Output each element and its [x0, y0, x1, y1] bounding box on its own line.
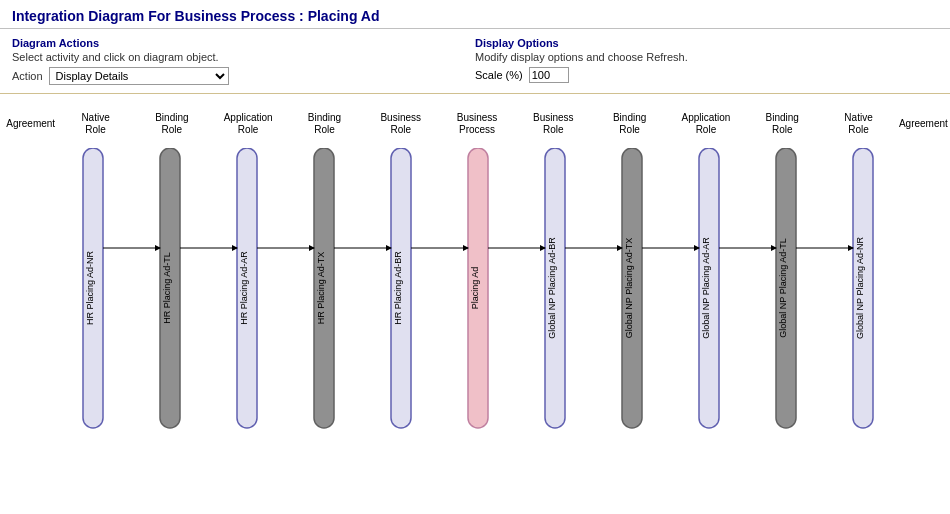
col-business-role-left: BusinessRole [363, 104, 439, 148]
col-header-business-role-right: BusinessRole [533, 104, 574, 144]
col-header-app-left: ApplicationRole [224, 104, 273, 144]
lane-business-role-left-text: HR Placing Ad-BR [393, 251, 403, 325]
col-header-binding-right2: BindingRole [766, 104, 799, 144]
display-options-panel: Display Options Modify display options a… [475, 37, 938, 85]
lane-binding-left1-text: HR Placing Ad-TL [162, 252, 172, 324]
col-binding-role-left2: BindingRole [286, 104, 362, 148]
col-header-binding-left1: BindingRole [155, 104, 188, 144]
col-header-app-right: ApplicationRole [681, 104, 730, 144]
col-app-role-left: ApplicationRole [210, 104, 286, 148]
col-header-binding-left2: BindingRole [308, 104, 341, 144]
diagram-actions-heading: Diagram Actions [12, 37, 475, 49]
diagram-area: Agreement NativeRole BindingRole Applica… [0, 94, 950, 458]
display-options-instruction: Modify display options and choose Refres… [475, 51, 938, 63]
display-options-heading: Display Options [475, 37, 938, 49]
col-binding-role-right1: BindingRole [591, 104, 667, 148]
col-agreement-left: Agreement [4, 104, 57, 148]
lane-native-right-text: Global NP Placing Ad-NR [855, 237, 865, 339]
col-header-business-process: BusinessProcess [457, 104, 498, 144]
col-business-role-right: BusinessRole [515, 104, 591, 148]
action-label: Action [12, 70, 43, 82]
col-native-role-right: NativeRole [820, 104, 896, 148]
col-binding-role-left1: BindingRole [134, 104, 210, 148]
col-agreement-right: Agreement [897, 104, 950, 148]
lane-app-right-text: Global NP Placing Ad-AR [701, 237, 711, 339]
page-title: Integration Diagram For Business Process… [0, 0, 950, 29]
lane-binding-left2-text: HR Placing Ad-TX [316, 252, 326, 325]
lane-native-left-text: HR Placing Ad-NR [85, 250, 95, 325]
col-header-binding-right1: BindingRole [613, 104, 646, 144]
col-business-process: BusinessProcess [439, 104, 515, 148]
lane-business-process-text: Placing Ad [470, 267, 480, 310]
lane-binding-right1-text: Global NP Placing Ad-TX [624, 238, 634, 338]
col-header-business-role-left: BusinessRole [380, 104, 421, 144]
lane-app-left-text: HR Placing Ad-AR [239, 251, 249, 325]
col-native-role-left: NativeRole [57, 104, 133, 148]
col-binding-role-right2: BindingRole [744, 104, 820, 148]
diagram-actions-panel: Diagram Actions Select activity and clic… [12, 37, 475, 85]
action-select[interactable]: Display Details Show Properties Navigate [49, 67, 229, 85]
scale-label: Scale (%) [475, 69, 523, 81]
diagram-svg: HR Placing Ad-NR HR Placing Ad-TL HR Pla… [4, 148, 950, 458]
diagram-actions-instruction: Select activity and click on diagram obj… [12, 51, 475, 63]
lane-binding-right2-text: Global NP Placing Ad-TL [778, 238, 788, 337]
col-app-role-right: ApplicationRole [668, 104, 744, 148]
col-header-native-left: NativeRole [81, 104, 109, 144]
col-header-native-right: NativeRole [844, 104, 872, 144]
col-header-agreement-left: Agreement [6, 104, 55, 144]
lane-business-role-right-text: Global NP Placing Ad-BR [547, 237, 557, 339]
col-header-agreement-right: Agreement [899, 104, 948, 144]
scale-input[interactable] [529, 67, 569, 83]
